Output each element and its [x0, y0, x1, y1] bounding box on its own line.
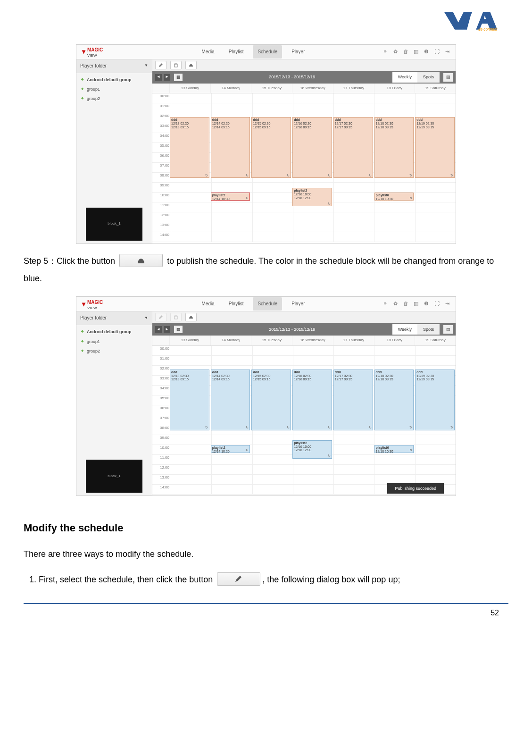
- preview-thumb: block_1: [86, 208, 142, 241]
- date-range: 2015/12/13 - 2015/12/19: [192, 74, 392, 80]
- trash-icon[interactable]: 🗑: [403, 48, 408, 56]
- tab-weekly[interactable]: Weekly: [392, 324, 417, 335]
- day-header: 18 Friday: [374, 336, 415, 345]
- schedule-block[interactable]: ddd12/18 02:3012/18 09:15↻: [374, 370, 414, 430]
- chevron-down-icon[interactable]: ▼: [144, 315, 148, 321]
- calendar-icon[interactable]: ▦: [174, 74, 183, 81]
- grid-toggle-icon[interactable]: ▤: [443, 325, 453, 334]
- section-heading: Modify the schedule: [24, 520, 508, 536]
- stats-icon[interactable]: ▥: [413, 48, 419, 56]
- grid-toggle-icon[interactable]: ▤: [443, 73, 453, 82]
- delete-button[interactable]: [170, 61, 182, 69]
- schedule-block[interactable]: ddd12/17 02:3012/17 09:15↻: [333, 370, 373, 430]
- schedule-block[interactable]: ddd12/18 02:3012/18 09:15↻: [374, 117, 414, 178]
- day-header: 17 Thursday: [333, 336, 374, 345]
- schedule-block[interactable]: ddd12/16 02:3012/16 09:15↻: [292, 370, 332, 430]
- side-title: Player folder: [80, 62, 107, 70]
- nav-player[interactable]: Player: [287, 45, 309, 59]
- schedule-block[interactable]: ddd12/14 02:3012/14 09:15↻: [211, 117, 250, 178]
- tree-android-default[interactable]: Android default group: [76, 327, 152, 336]
- nav-playlist[interactable]: Playlist: [224, 297, 249, 311]
- schedule-block[interactable]: playlist212/14 10:30↻: [211, 445, 250, 453]
- tab-spots[interactable]: Spots: [417, 324, 440, 335]
- link-icon[interactable]: ⚭: [382, 48, 388, 56]
- chevron-down-icon[interactable]: ▼: [144, 63, 148, 69]
- tree-group2[interactable]: group2: [76, 346, 152, 356]
- delete-button[interactable]: [170, 313, 182, 321]
- edit-button[interactable]: [155, 61, 166, 69]
- modify-intro: There are three ways to modify the sched…: [24, 546, 508, 563]
- svg-rect-4: [175, 316, 177, 319]
- nav-media[interactable]: Media: [197, 297, 219, 311]
- day-header: 18 Friday: [374, 84, 415, 93]
- schedule-block[interactable]: ddd12/13 02:3012/13 09:15↻: [170, 117, 209, 178]
- gear-icon[interactable]: ✿: [392, 48, 398, 56]
- schedule-block[interactable]: ddd12/19 02:3012/19 09:15↻: [415, 370, 455, 430]
- link-icon[interactable]: ⚭: [382, 300, 388, 308]
- tree-group1[interactable]: group1: [76, 337, 152, 346]
- edit-button[interactable]: [155, 313, 166, 321]
- day-header: 19 Saturday: [415, 336, 456, 345]
- day-header: 14 Monday: [210, 336, 251, 345]
- schedule-block[interactable]: ddd12/15 02:3012/15 09:15↻: [251, 370, 291, 430]
- publish-toast: Publishing succeeded: [387, 483, 444, 494]
- publish-button[interactable]: [185, 313, 197, 321]
- next-week-icon[interactable]: ►: [164, 326, 170, 333]
- page-number: 52: [490, 609, 499, 617]
- schedule-block[interactable]: ddd12/15 02:3012/15 09:15↻: [251, 117, 291, 178]
- day-header: 13 Sunday: [169, 84, 210, 93]
- stats-icon[interactable]: ▥: [413, 300, 419, 308]
- help-icon[interactable]: ❶: [424, 300, 429, 308]
- logout-icon[interactable]: ⇥: [444, 48, 450, 56]
- schedule-block[interactable]: ddd12/13 02:3012/13 09:15↻: [170, 370, 209, 430]
- tree-group1[interactable]: group1: [76, 84, 152, 94]
- tree-group2[interactable]: group2: [76, 94, 152, 103]
- nav-player[interactable]: Player: [287, 297, 309, 311]
- page-footer: 52: [24, 603, 508, 619]
- schedule-block[interactable]: ddd12/16 02:3012/16 09:15↻: [292, 117, 332, 178]
- screenshot-after-publish: ▾ MAGICVIEW Media Playlist Schedule Play…: [76, 296, 456, 496]
- day-header: 16 Wednesday: [292, 84, 333, 93]
- step5-text: Step 5：Click the button to publish the s…: [24, 252, 508, 288]
- nav-media[interactable]: Media: [197, 45, 219, 59]
- schedule-block[interactable]: playlist612/18 10:30↻: [374, 193, 414, 201]
- schedule-block[interactable]: playlist212/16 10:0012/16 12:00↻: [292, 440, 332, 459]
- help-icon[interactable]: ❶: [424, 48, 429, 56]
- schedule-block[interactable]: playlist612/18 10:30↻: [374, 445, 414, 453]
- next-week-icon[interactable]: ►: [164, 74, 170, 81]
- tab-weekly[interactable]: Weekly: [392, 72, 417, 82]
- svg-rect-2: [175, 64, 177, 67]
- publish-button[interactable]: [185, 61, 197, 69]
- inline-edit-button: [217, 572, 260, 586]
- day-header: 15 Tuesday: [251, 336, 292, 345]
- schedule-block[interactable]: ddd12/17 02:3012/17 09:15↻: [333, 117, 373, 178]
- svg-text:we connect: we connect: [478, 27, 498, 32]
- prev-week-icon[interactable]: ◄: [155, 74, 162, 81]
- schedule-block[interactable]: playlist212/16 10:0012/16 12:00↻: [292, 188, 332, 206]
- nav-schedule[interactable]: Schedule: [253, 297, 282, 311]
- schedule-block[interactable]: playlist212/14 10:30↻: [211, 193, 250, 201]
- fullscreen-icon[interactable]: ⛶: [434, 300, 440, 308]
- logout-icon[interactable]: ⇥: [444, 300, 450, 308]
- side-title: Player folder: [80, 314, 107, 322]
- date-range: 2015/12/13 - 2015/12/19: [192, 326, 392, 333]
- schedule-block[interactable]: ddd12/14 02:3012/14 09:15↻: [211, 370, 250, 430]
- day-header: 15 Tuesday: [251, 84, 292, 93]
- fullscreen-icon[interactable]: ⛶: [434, 48, 440, 56]
- schedule-block[interactable]: ddd12/19 02:3012/19 09:15↻: [415, 117, 455, 178]
- app-brand: ▾ MAGICVIEW: [76, 46, 125, 57]
- page-header-logo: we connect: [24, 9, 508, 36]
- preview-thumb: block_1: [86, 460, 142, 493]
- day-header: 14 Monday: [210, 84, 251, 93]
- prev-week-icon[interactable]: ◄: [155, 326, 162, 333]
- day-header: 17 Thursday: [333, 84, 374, 93]
- nav-playlist[interactable]: Playlist: [224, 45, 249, 59]
- tab-spots[interactable]: Spots: [417, 72, 440, 82]
- nav-schedule[interactable]: Schedule: [253, 45, 282, 59]
- tree-android-default[interactable]: Android default group: [76, 75, 152, 84]
- day-header: 13 Sunday: [169, 336, 210, 345]
- calendar-icon[interactable]: ▦: [174, 326, 183, 333]
- inline-publish-button: [119, 254, 163, 267]
- trash-icon[interactable]: 🗑: [403, 300, 408, 308]
- gear-icon[interactable]: ✿: [392, 300, 398, 308]
